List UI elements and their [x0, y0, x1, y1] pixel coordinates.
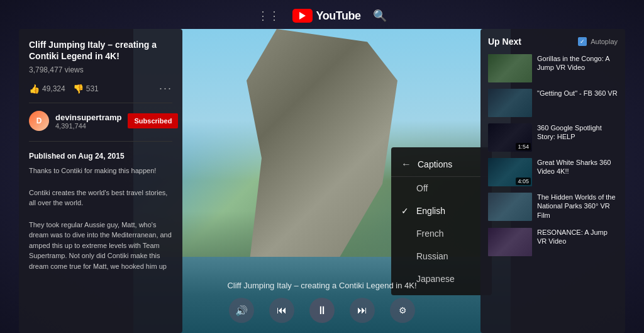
- prev-button[interactable]: ⏮: [269, 298, 294, 323]
- suggested-info-6: RESONANCE: A Jump VR Video: [537, 228, 618, 256]
- caption-item-english[interactable]: English: [391, 200, 492, 222]
- suggested-video-4[interactable]: 4:05 Great White Sharks 360 Video 4K!!: [488, 158, 618, 186]
- channel-name[interactable]: devinsupertramp: [55, 113, 121, 122]
- youtube-icon: [292, 9, 313, 23]
- action-bar: 👍 49,324 👎 531 ···: [29, 82, 172, 103]
- suggested-title-2: "Getting Out" - FB 360 VR: [537, 89, 618, 98]
- suggested-video-5[interactable]: The Hidden Worlds of the National Parks …: [488, 193, 618, 222]
- suggested-thumb-1: [488, 54, 532, 82]
- caption-item-off[interactable]: Off: [391, 177, 492, 200]
- suggested-info-1: Gorillas in the Congo: A Jump VR Video: [537, 54, 618, 82]
- like-count: 49,324: [42, 84, 65, 93]
- video-title-bar: Cliff Jumping Italy – creating a Contiki…: [0, 281, 644, 290]
- controls-row: 🔊 ⏮ ⏸ ⏭ ⚙: [0, 298, 644, 323]
- suggested-video-3[interactable]: 1:54 360 Google Spotlight Story: HELP: [488, 123, 618, 152]
- suggested-info-3: 360 Google Spotlight Story: HELP: [537, 123, 618, 152]
- suggested-title-5: The Hidden Worlds of the National Parks …: [537, 193, 618, 220]
- caption-english-label: English: [416, 206, 445, 216]
- suggested-video-6[interactable]: RESONANCE: A Jump VR Video: [488, 228, 618, 256]
- suggested-title-4: Great White Sharks 360 Video 4K!!: [537, 158, 618, 176]
- channel-info: devinsupertramp 4,391,744: [55, 113, 121, 130]
- description-3: They took regular Aussie guy, Matt, who'…: [29, 220, 172, 272]
- video-views: 3,798,477 views: [29, 65, 172, 74]
- suggested-title-6: RESONANCE: A Jump VR Video: [537, 228, 618, 246]
- description-2: Contiki creates the world's best travel …: [29, 188, 172, 208]
- suggested-thumb-6: [488, 228, 532, 256]
- up-next-header: Up Next Autoplay: [488, 37, 618, 47]
- subscribe-button[interactable]: Subscribed: [128, 113, 178, 128]
- suggested-info-2: "Getting Out" - FB 360 VR: [537, 89, 618, 117]
- suggested-thumb-2: [488, 89, 532, 117]
- dislike-count: 531: [86, 84, 99, 93]
- caption-item-russian[interactable]: Russian: [391, 245, 492, 268]
- like-button[interactable]: 👍 49,324: [29, 84, 65, 94]
- back-arrow-icon[interactable]: ←: [401, 159, 411, 170]
- suggested-title-1: Gorillas in the Congo: A Jump VR Video: [537, 54, 618, 72]
- play-pause-button[interactable]: ⏸: [309, 298, 335, 323]
- settings-button[interactable]: ⚙: [390, 298, 415, 323]
- video-title: Cliff Jumping Italy – creating a Contiki…: [29, 39, 172, 62]
- search-icon[interactable]: 🔍: [373, 9, 387, 23]
- suggested-thumb-3: 1:54: [488, 123, 532, 152]
- up-next-title: Up Next: [488, 37, 521, 47]
- play-icon: ⏸: [316, 304, 328, 317]
- caption-off-label: Off: [416, 183, 428, 193]
- avatar-initials: D: [36, 116, 42, 125]
- youtube-text: YouTube: [316, 9, 361, 23]
- header: ⋮⋮ YouTube 🔍: [0, 0, 644, 29]
- description-1: Thanks to Contiki for making this happen…: [29, 166, 172, 176]
- suggested-video-2[interactable]: "Getting Out" - FB 360 VR: [488, 89, 618, 117]
- suggested-title-3: 360 Google Spotlight Story: HELP: [537, 123, 618, 142]
- autoplay-label: Autoplay: [591, 38, 618, 45]
- channel-row: D devinsupertramp 4,391,744 Subscribed: [29, 111, 172, 142]
- suggested-duration-4: 4:05: [516, 178, 531, 185]
- suggested-thumb-5: [488, 193, 532, 221]
- captions-header[interactable]: ← Captions: [391, 152, 492, 177]
- avatar: D: [29, 111, 49, 131]
- prev-icon: ⏮: [277, 305, 287, 316]
- like-icon: 👍: [29, 84, 40, 94]
- caption-russian-label: Russian: [416, 251, 448, 261]
- caption-french-label: French: [416, 229, 444, 239]
- dislike-button[interactable]: 👎 531: [73, 84, 99, 94]
- next-icon: ⏭: [357, 305, 367, 316]
- grid-icon[interactable]: ⋮⋮: [257, 9, 280, 23]
- next-button[interactable]: ⏭: [350, 298, 375, 323]
- volume-button[interactable]: 🔊: [229, 298, 254, 323]
- suggested-thumb-4: 4:05: [488, 158, 532, 186]
- autoplay-checkbox[interactable]: [578, 37, 587, 46]
- suggested-info-4: Great White Sharks 360 Video 4K!!: [537, 158, 618, 186]
- more-button[interactable]: ···: [159, 82, 172, 95]
- autoplay-toggle[interactable]: Autoplay: [578, 37, 618, 46]
- volume-icon: 🔊: [235, 305, 248, 317]
- channel-subscribers: 4,391,744: [55, 122, 121, 130]
- bottom-bar: Cliff Jumping Italy – creating a Contiki…: [0, 273, 644, 333]
- published-date: Published on Aug 24, 2015: [29, 152, 172, 161]
- settings-icon: ⚙: [399, 305, 407, 315]
- captions-title: Captions: [418, 159, 452, 169]
- youtube-logo[interactable]: YouTube: [292, 9, 361, 23]
- caption-item-french[interactable]: French: [391, 222, 492, 245]
- suggested-info-5: The Hidden Worlds of the National Parks …: [537, 193, 618, 222]
- dislike-icon: 👎: [73, 84, 84, 94]
- suggested-duration-3: 1:54: [516, 143, 531, 150]
- suggested-video-1[interactable]: Gorillas in the Congo: A Jump VR Video: [488, 54, 618, 82]
